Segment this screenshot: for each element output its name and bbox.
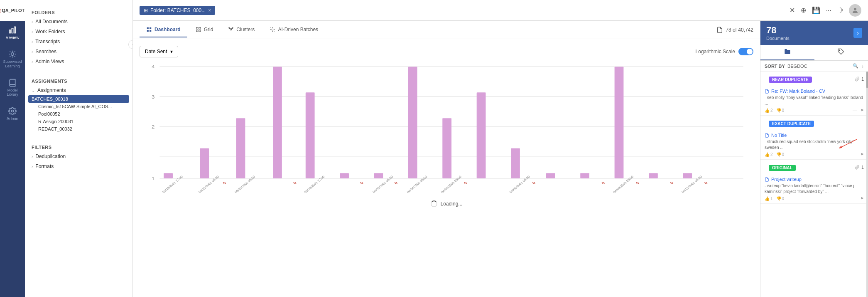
tab-grid[interactable]: Grid xyxy=(189,22,220,37)
tag-tab-icon xyxy=(838,48,844,55)
doc-snippet-original-1: - writeup "kevin kindall@enron" "hou ect… xyxy=(765,183,864,195)
more-doc-original-1[interactable]: — xyxy=(853,196,857,201)
chevron-right-icon: › xyxy=(32,164,33,169)
right-tab-folder[interactable] xyxy=(760,45,814,60)
close-icon[interactable]: ✕ xyxy=(790,6,795,14)
sort-icons: 🔍 ↓ xyxy=(853,63,864,69)
theme-icon[interactable]: ☽ xyxy=(837,6,843,14)
assignment-item-rassign[interactable]: R-Assign-200031 xyxy=(25,118,132,125)
tab-grid-label: Grid xyxy=(204,27,213,32)
dashboard-icon xyxy=(146,27,152,32)
user-avatar[interactable] xyxy=(849,4,861,17)
svg-line-6 xyxy=(10,52,11,52)
svg-rect-16 xyxy=(147,30,149,32)
flag-near-dup-1[interactable]: ⚑ xyxy=(860,108,864,113)
thumbs-down-original-1[interactable]: 👎 0 xyxy=(776,196,785,201)
assignment-item-cosmic[interactable]: Cosmic_ts15CAW Simple AI_COS... xyxy=(25,103,132,110)
tab-clusters[interactable]: Clusters xyxy=(221,22,261,37)
folder-tag-close[interactable]: × xyxy=(208,7,211,13)
sidebar-item-admin-views-label: Admin Views xyxy=(35,59,64,64)
filters-section-title: FILTERS xyxy=(25,141,132,151)
assignment-item-batches-00018[interactable]: BATCHES_00018 xyxy=(28,95,129,103)
svg-text:»: » xyxy=(360,180,364,186)
sidebar-item-searches[interactable]: › Searches xyxy=(25,47,132,57)
sidebar-icon-review[interactable]: Review xyxy=(0,21,25,45)
sort-bar: SORT BY BEGDOC 🔍 ↓ xyxy=(760,61,868,72)
sidebar-icon-admin[interactable]: Admin xyxy=(0,102,25,126)
thumbs-up-near-dup-1[interactable]: 👍 2 xyxy=(765,108,773,113)
app-logo: R xyxy=(0,7,1,14)
sidebar-item-transcripts-label: Transcripts xyxy=(35,39,60,45)
chevron-right-icon: › xyxy=(32,154,33,159)
doc-title-exact-dup-1: No Title xyxy=(765,133,864,138)
bar-chart-icon xyxy=(8,26,17,34)
top-bar-icons: ✕ ⊕ 💾 ··· ☽ xyxy=(790,4,861,17)
thumbs-up-exact-dup-1[interactable]: 👍 2 xyxy=(765,152,773,157)
svg-rect-49 xyxy=(580,173,589,178)
svg-rect-52 xyxy=(683,173,692,178)
tab-clusters-label: Clusters xyxy=(236,27,255,32)
sidebar-item-admin-views[interactable]: › Admin Views xyxy=(25,57,132,67)
more-doc-exact-dup-1[interactable]: — xyxy=(853,152,857,157)
right-panel-count: 78 xyxy=(766,25,790,36)
target-icon[interactable]: ⊕ xyxy=(801,6,806,14)
svg-rect-37 xyxy=(164,173,173,178)
svg-rect-40 xyxy=(273,67,282,178)
doc-count-value: 78 of 40,742 xyxy=(726,27,753,33)
more-icon[interactable]: ··· xyxy=(826,7,831,14)
sidebar-item-transcripts[interactable]: › Transcripts xyxy=(25,37,132,47)
assignment-item-redact-label: REDACT_00032 xyxy=(38,126,72,131)
sidebar-item-searches-label: Searches xyxy=(35,49,56,54)
sidebar-item-all-documents-label: All Documents xyxy=(35,19,67,25)
expand-panel-button[interactable]: › xyxy=(853,28,862,38)
right-panel: 78 Documents › SORT BY BEGDOC xyxy=(760,21,868,297)
grid-icon xyxy=(196,27,201,32)
flag-original-1[interactable]: ⚑ xyxy=(860,196,864,201)
thumbs-down-exact-dup-1[interactable]: 👎 0 xyxy=(776,152,785,157)
tab-dashboard[interactable]: Dashboard xyxy=(140,22,187,37)
doc-group-original: ORIGINAL 1 Project writeup xyxy=(760,160,868,204)
tab-ai-batches[interactable]: AI-Driven Batches xyxy=(263,22,325,37)
sidebar-item-formats-label: Formats xyxy=(35,163,54,169)
doc-group-near-duplicate: NEAR DUPLICATE 1 xyxy=(760,72,868,116)
sidebar-icon-model-label: ModelLibrary xyxy=(7,88,18,97)
sidebar-item-deduplication-label: Deduplication xyxy=(35,153,66,159)
svg-rect-42 xyxy=(340,173,349,178)
date-select-dropdown[interactable]: Date Sent ▾ xyxy=(140,46,178,57)
right-tab-tag[interactable] xyxy=(814,45,868,60)
more-doc-near-dup-1[interactable]: — xyxy=(853,108,857,113)
scrollbar-thumb[interactable] xyxy=(866,72,868,88)
sort-direction-icon[interactable]: ↓ xyxy=(862,63,864,69)
sidebar-icon-admin-label: Admin xyxy=(7,116,18,121)
svg-rect-21 xyxy=(199,30,201,32)
sidebar-item-work-folders[interactable]: › Work Folders xyxy=(25,27,132,37)
dropdown-chevron-icon: ▾ xyxy=(170,49,173,54)
folder-tag[interactable]: ⊞ Folder: BATCHES_000... × xyxy=(140,6,215,15)
thumbs-up-original-1[interactable]: 👍 1 xyxy=(765,196,773,201)
doc-item-near-dup-1[interactable]: Re: FW: Mark Boland - CV - seb molly "to… xyxy=(760,86,868,116)
assignment-item-pool[interactable]: Pool00052 xyxy=(25,110,132,118)
log-scale-toggle[interactable] xyxy=(738,48,753,55)
avatar-icon xyxy=(851,7,859,14)
sidebar-icon-supervised[interactable]: Supervised Learning xyxy=(0,45,25,74)
doc-actions-exact-dup-1: 👍 2 👎 0 — ⚑ xyxy=(765,152,864,157)
doc-title-exact-dup-1-text: No Title xyxy=(771,133,787,138)
chevron-right-icon: › xyxy=(32,59,33,64)
sidebar-item-formats[interactable]: › Formats xyxy=(25,161,132,171)
assignment-item-redact[interactable]: REDACT_00032 xyxy=(25,125,132,133)
save-icon[interactable]: 💾 xyxy=(812,6,820,14)
sidebar-item-assignments-parent[interactable]: ⌄ Assignments xyxy=(25,85,132,95)
thumbs-down-near-dup-1[interactable]: 👎 0 xyxy=(776,108,785,113)
logo-area[interactable]: R QA_PILOT ▾ xyxy=(0,0,25,21)
sidebar-item-deduplication[interactable]: › Deduplication xyxy=(25,151,132,161)
flag-exact-dup-1[interactable]: ⚑ xyxy=(860,152,864,157)
sidebar-icon-model[interactable]: ModelLibrary xyxy=(0,74,25,102)
loading-area: Loading... xyxy=(140,196,753,212)
chart-svg: 4 3 2 1 xyxy=(140,62,753,196)
sidebar-icon-review-label: Review xyxy=(6,35,20,40)
app-title: QA_PILOT xyxy=(2,8,25,13)
doc-item-original-1[interactable]: Project writeup - writeup "kevin kindall… xyxy=(760,174,868,204)
sidebar-item-all-documents[interactable]: › All Documents xyxy=(25,17,132,27)
search-icon[interactable]: 🔍 xyxy=(853,63,858,69)
svg-text:3: 3 xyxy=(152,94,155,100)
